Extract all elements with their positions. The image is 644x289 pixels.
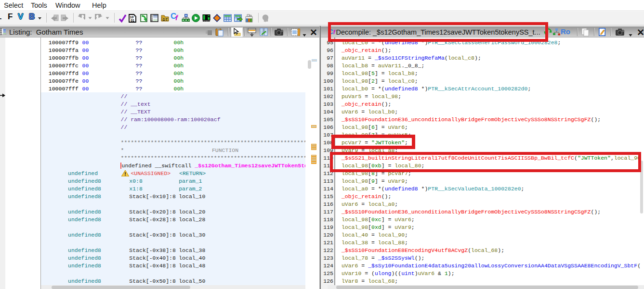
svg-text:DT: DT xyxy=(163,17,168,22)
svg-text:01: 01 xyxy=(131,19,134,22)
